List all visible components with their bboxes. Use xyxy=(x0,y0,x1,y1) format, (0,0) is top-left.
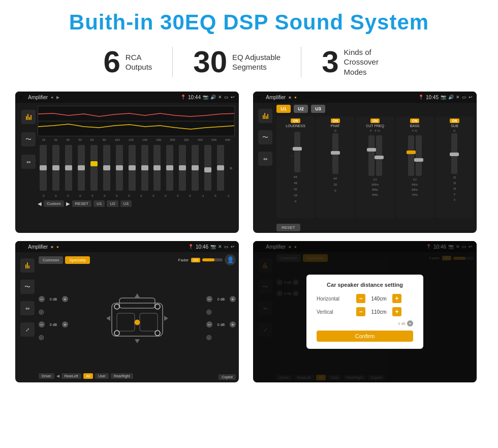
db-row-3: − 0 dB + xyxy=(206,296,236,302)
eq-slider-10[interactable] xyxy=(153,145,161,191)
speaker-icon-row-2: ◎ xyxy=(39,334,68,341)
loudness-slider[interactable] xyxy=(294,132,300,172)
amp-icon-3[interactable]: ⇔ xyxy=(258,152,272,166)
eq-slider-7[interactable] xyxy=(116,145,123,191)
location-icon-1: 📍 xyxy=(180,95,186,100)
screenshot-dialog: ⌂ Amplifier ■ ● 📍 10:46 📷 ✕ ▭ ↩ xyxy=(253,241,477,382)
cutfreq-slider-1[interactable] xyxy=(368,135,375,176)
db-plus-3[interactable]: + xyxy=(230,296,236,302)
eq-slider-5[interactable] xyxy=(90,145,98,191)
sub-slider[interactable] xyxy=(451,133,457,174)
vertical-minus-btn[interactable]: − xyxy=(356,307,365,316)
status-icons-2: 📍 10:45 📷 🔊 ✕ ▭ ↩ xyxy=(418,95,473,100)
cross-icon-3[interactable]: ⇔ xyxy=(20,301,35,315)
eq-sidebar-icon-2[interactable]: 〜 xyxy=(21,132,36,146)
eq-slider-4[interactable] xyxy=(78,145,85,191)
db-plus-1[interactable]: + xyxy=(62,296,68,302)
vertical-plus-btn[interactable]: + xyxy=(392,307,401,316)
fader-on-badge[interactable]: ON xyxy=(191,258,201,262)
bass-slider-2[interactable] xyxy=(416,135,422,176)
eq-sidebar-icon-1[interactable] xyxy=(21,110,36,124)
db-minus-1[interactable]: − xyxy=(39,296,45,302)
home-icon-3: ⌂ xyxy=(19,243,23,250)
eq-slider-6[interactable] xyxy=(103,145,110,191)
db-value-1: 0 dB xyxy=(46,297,60,301)
cross-icon-4[interactable]: ⤢ xyxy=(20,322,35,337)
eq-sidebar-icon-3[interactable]: ⇔ xyxy=(21,155,36,169)
car-area: − 0 dB + ◎ − 0 dB + xyxy=(39,267,236,369)
dialog-confirm-btn[interactable]: Confirm xyxy=(317,331,413,342)
horizontal-minus-btn[interactable]: − xyxy=(356,294,365,303)
cutfreq-slider-2[interactable] xyxy=(376,135,382,176)
db-plus-2[interactable]: + xyxy=(62,321,68,327)
eq-u1-btn[interactable]: U1 xyxy=(94,200,105,207)
eq-icon xyxy=(26,114,32,120)
eq-expand-button[interactable]: » xyxy=(230,165,233,171)
stat-rca-label: RCAOutputs xyxy=(126,52,152,72)
window-icon-2: ▭ xyxy=(462,95,466,100)
eq-slider-13[interactable] xyxy=(192,145,199,191)
rear-right-btn[interactable]: RearRight xyxy=(111,373,133,379)
horizontal-plus-btn[interactable]: + xyxy=(392,294,401,303)
location-icon-2: 📍 xyxy=(418,95,424,100)
sub-on-badge[interactable]: ON xyxy=(450,118,459,123)
db-minus-2[interactable]: − xyxy=(39,321,45,327)
dot-3b: ● xyxy=(56,245,59,249)
eq-graph xyxy=(38,106,235,136)
copilot-btn[interactable]: Copilot xyxy=(219,374,236,380)
expand-icon-3: ⇔ xyxy=(25,306,29,311)
eq-slider-15[interactable] xyxy=(217,145,224,191)
eq-u2-btn[interactable]: U2 xyxy=(107,200,118,207)
eq-u3-btn[interactable]: U3 xyxy=(120,200,132,207)
user-btn[interactable]: User xyxy=(95,373,109,379)
eq-slider-8[interactable] xyxy=(129,145,136,191)
eq-slider-11[interactable] xyxy=(166,145,173,191)
fader-slider[interactable] xyxy=(202,258,223,261)
eq-reset-btn[interactable]: RESET xyxy=(72,200,92,207)
cross-icon-2[interactable]: 〜 xyxy=(20,280,35,294)
cutfreq-label: CUT FREQ xyxy=(366,124,384,128)
amp-reset-btn[interactable]: RESET xyxy=(276,224,300,231)
camera-icon-1: 📷 xyxy=(203,95,208,100)
rear-left-btn[interactable]: RearLeft xyxy=(61,373,81,379)
stat-crossover-label: Kinds ofCrossover Modes xyxy=(344,47,395,77)
amp-sidebar: 〜 ⇔ xyxy=(256,105,274,231)
close-icon-2: ✕ xyxy=(456,95,460,100)
cutfreq-on-badge[interactable]: ON xyxy=(370,118,380,123)
camera-icon-2: 📷 xyxy=(441,95,446,100)
eq-play-btn[interactable]: ▶ xyxy=(66,201,70,206)
driver-btn[interactable]: Driver xyxy=(39,373,54,379)
eq-slider-2[interactable] xyxy=(52,145,59,191)
db-minus-4[interactable]: − xyxy=(206,321,212,327)
eq-slider-9[interactable] xyxy=(141,145,148,191)
db-plus-4[interactable]: + xyxy=(230,321,236,327)
eq-curve-svg xyxy=(38,106,234,136)
location-icon-3: 📍 xyxy=(188,244,194,249)
cross-bottom-btns: Driver ◀ RearLeft All User RearRight Cop… xyxy=(39,371,236,380)
db-minus-3[interactable]: − xyxy=(206,296,212,302)
loudness-on-badge[interactable]: ON xyxy=(291,118,300,123)
bass-on-badge[interactable]: ON xyxy=(410,118,420,123)
cross-icon-1[interactable] xyxy=(20,258,35,273)
play-icon-1: ▶ xyxy=(56,95,59,100)
eq-slider-1[interactable] xyxy=(40,145,47,191)
common-tab[interactable]: Common xyxy=(39,256,63,264)
status-icons-3: 📍 10:46 📷 ✕ ▭ ↩ xyxy=(188,244,235,250)
u1-button[interactable]: U1 xyxy=(276,105,291,113)
amp-icon-1[interactable] xyxy=(258,109,272,123)
all-btn[interactable]: All xyxy=(83,373,94,379)
phat-slider[interactable] xyxy=(332,133,338,174)
bass-slider-1[interactable] xyxy=(408,135,414,176)
u3-button[interactable]: U3 xyxy=(311,105,325,113)
amp-icon-2[interactable]: 〜 xyxy=(258,130,272,144)
eq-slider-3[interactable] xyxy=(65,145,72,191)
eq-slider-14[interactable] xyxy=(204,145,211,191)
specialty-tab[interactable]: Specialty xyxy=(65,256,89,264)
amp-eq-icon xyxy=(263,113,268,119)
phat-on-badge[interactable]: ON xyxy=(331,118,340,123)
u2-button[interactable]: U2 xyxy=(294,105,308,113)
eq-custom-btn[interactable]: Custom xyxy=(44,200,64,207)
eq-prev-btn[interactable]: ◀ xyxy=(38,201,42,206)
waveform-icon: 〜 xyxy=(24,283,30,291)
eq-slider-12[interactable] xyxy=(179,145,186,191)
